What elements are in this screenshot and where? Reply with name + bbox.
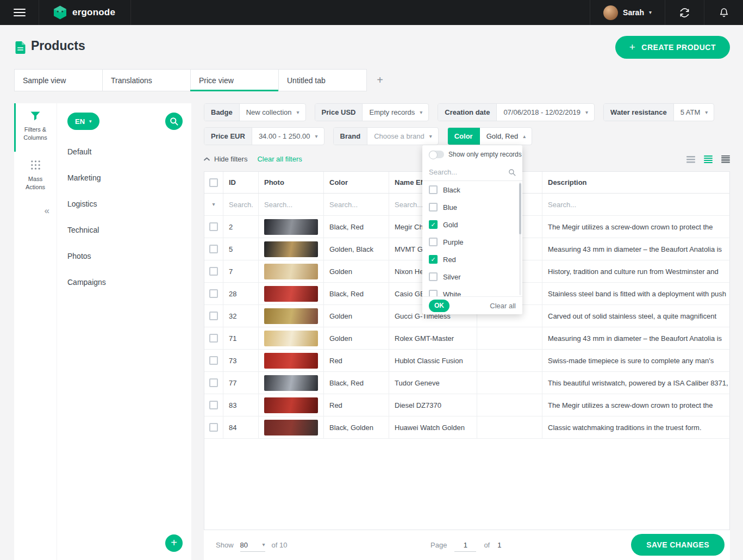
search-id-input[interactable] xyxy=(229,201,253,209)
cell-name[interactable]: Hublot Classic Fusion xyxy=(389,350,477,371)
cell-photo[interactable] xyxy=(259,372,324,394)
cell-color[interactable]: Black, Red xyxy=(324,372,389,394)
tab[interactable]: Untitled tab xyxy=(278,69,367,91)
column-header-photo[interactable]: Photo xyxy=(259,172,324,193)
cell-photo[interactable] xyxy=(259,216,324,238)
cell-description[interactable]: Classic watchmaking traditions in the tr… xyxy=(542,416,729,438)
cell-photo[interactable] xyxy=(259,305,324,327)
search-photo-input[interactable] xyxy=(264,201,318,209)
chevron-down-icon[interactable] xyxy=(212,202,215,207)
filter-chip[interactable]: Price EUR 34.00 - 1 250.00 xyxy=(204,127,324,145)
group-item[interactable]: Technical xyxy=(57,217,191,243)
tab[interactable]: Price view xyxy=(190,69,279,91)
cell-photo[interactable] xyxy=(259,327,324,349)
hide-filters-button[interactable]: Hide filters xyxy=(204,155,247,163)
menu-button[interactable] xyxy=(0,0,39,25)
filter-chip[interactable]: Price USD Empty records xyxy=(315,103,429,121)
cell-photo[interactable] xyxy=(259,416,324,438)
cell-photo[interactable] xyxy=(259,350,324,371)
tab[interactable]: Translations xyxy=(102,69,191,91)
save-changes-button[interactable]: SAVE CHANGES xyxy=(631,534,725,556)
sync-button[interactable] xyxy=(665,0,704,25)
cell-color[interactable]: Black, Red xyxy=(324,283,389,304)
cell-id[interactable]: 2 xyxy=(223,216,259,238)
cell-id[interactable]: 83 xyxy=(223,394,259,416)
cell-color[interactable]: Golden xyxy=(324,327,389,349)
cell-color[interactable]: Red xyxy=(324,350,389,371)
collapse-sidebar-button[interactable] xyxy=(45,206,49,215)
clear-all-button[interactable]: Clear all xyxy=(490,302,516,310)
cell-color[interactable]: Red xyxy=(324,394,389,416)
color-option[interactable]: Red xyxy=(422,251,522,268)
cell-extra[interactable] xyxy=(477,327,542,349)
row-checkbox[interactable] xyxy=(209,401,218,409)
cell-description[interactable]: The Megir utilizes a screw-down crown to… xyxy=(542,216,729,238)
group-item[interactable]: Logistics xyxy=(57,191,191,217)
page-size-select[interactable]: 80 xyxy=(240,539,265,552)
option-checkbox[interactable] xyxy=(429,272,438,281)
color-option[interactable]: Silver xyxy=(422,268,522,285)
color-option[interactable]: Gold xyxy=(422,216,522,233)
cell-extra[interactable] xyxy=(477,372,542,394)
cell-color[interactable]: Black, Red xyxy=(324,216,389,238)
cell-description[interactable]: Measuring 43 mm in diameter – the Beaufo… xyxy=(542,238,729,260)
filter-chip[interactable]: Brand Choose a brand xyxy=(333,127,439,145)
cell-description[interactable]: Swiss-made timepiece is sure to complete… xyxy=(542,350,729,371)
cell-id[interactable]: 73 xyxy=(223,350,259,371)
cell-description[interactable]: Carved out of solid stainless steel, a q… xyxy=(542,305,729,327)
row-checkbox[interactable] xyxy=(209,312,218,320)
cell-photo[interactable] xyxy=(259,238,324,260)
cell-extra[interactable] xyxy=(477,350,542,371)
group-item[interactable]: Marketing xyxy=(57,165,191,191)
cell-photo[interactable] xyxy=(259,283,324,304)
cell-description[interactable]: This beautiful wristwatch, powered by a … xyxy=(542,372,729,394)
cell-name[interactable]: Tudor Geneve xyxy=(389,372,477,394)
cell-id[interactable]: 71 xyxy=(223,327,259,349)
notifications-button[interactable] xyxy=(704,0,743,25)
cell-name[interactable]: Rolex GMT-Master xyxy=(389,327,477,349)
cell-description[interactable]: Measuring 43 mm in diameter – the Beaufo… xyxy=(542,327,729,349)
filter-chip[interactable]: Badge New collection xyxy=(204,103,306,121)
color-option[interactable]: Blue xyxy=(422,198,522,216)
group-item[interactable]: Photos xyxy=(57,243,191,269)
show-empty-toggle[interactable] xyxy=(429,151,444,158)
row-checkbox[interactable] xyxy=(209,378,218,387)
option-checkbox[interactable] xyxy=(429,203,438,211)
row-checkbox[interactable] xyxy=(209,289,218,298)
row-height-large-button[interactable] xyxy=(686,155,695,164)
filter-chip[interactable]: Creation date 07/06/2018 - 12/02/2019 xyxy=(438,103,595,121)
row-checkbox[interactable] xyxy=(209,423,218,432)
cell-id[interactable]: 84 xyxy=(223,416,259,438)
row-checkbox[interactable] xyxy=(209,245,218,253)
cell-description[interactable]: Stainless steel band is fitted with a de… xyxy=(542,283,729,304)
cell-extra[interactable] xyxy=(477,416,542,438)
cell-name[interactable]: Diesel DZ7370 xyxy=(389,394,477,416)
cell-color[interactable]: Black, Golden xyxy=(324,416,389,438)
search-button[interactable] xyxy=(165,113,183,130)
row-checkbox[interactable] xyxy=(209,334,218,343)
cell-extra[interactable] xyxy=(477,394,542,416)
cell-description[interactable]: History, tradition and culture run from … xyxy=(542,260,729,282)
search-color-input[interactable] xyxy=(329,201,383,209)
brand[interactable]: ergonode xyxy=(39,0,131,25)
cell-id[interactable]: 28 xyxy=(223,283,259,304)
add-group-button[interactable] xyxy=(165,534,183,552)
color-option[interactable]: White xyxy=(422,285,522,296)
create-product-button[interactable]: CREATE PRODUCT xyxy=(615,36,730,59)
scrollbar-thumb[interactable] xyxy=(519,183,521,234)
tab[interactable]: Sample view xyxy=(14,69,103,91)
row-height-small-button[interactable] xyxy=(721,155,730,164)
cell-description[interactable]: The Megir utilizes a screw-down crown to… xyxy=(542,394,729,416)
language-selector[interactable]: EN xyxy=(67,113,99,130)
option-checkbox[interactable] xyxy=(429,290,438,296)
row-checkbox[interactable] xyxy=(209,267,218,276)
select-all-checkbox[interactable] xyxy=(209,178,218,187)
group-item[interactable]: Default xyxy=(57,139,191,165)
group-item[interactable]: Campaigns xyxy=(57,269,191,295)
option-checkbox[interactable] xyxy=(429,185,438,194)
sidebar-item-filters-columns[interactable]: Filters & Columns xyxy=(14,103,57,152)
cell-color[interactable]: Golden, Black xyxy=(324,238,389,260)
option-checkbox[interactable] xyxy=(429,255,438,264)
row-checkbox[interactable] xyxy=(209,356,218,365)
cell-id[interactable]: 5 xyxy=(223,238,259,260)
